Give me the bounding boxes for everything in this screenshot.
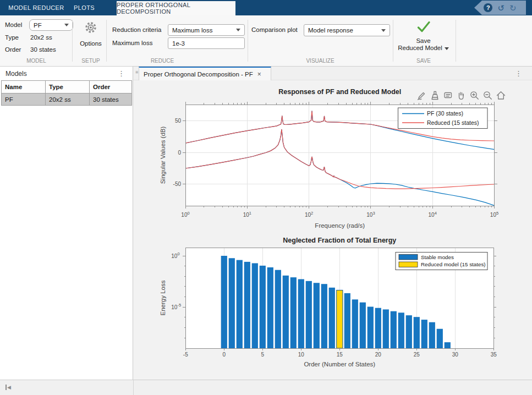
model-cell: PF	[2, 94, 46, 106]
stable-mode-bar[interactable]	[391, 311, 397, 348]
stable-mode-bar[interactable]	[221, 256, 227, 348]
stable-mode-bar[interactable]	[383, 309, 389, 348]
status-bar: ◀	[0, 380, 532, 395]
collapse-left-panel-icon[interactable]: ◀	[6, 385, 11, 390]
response-legend[interactable]: PF (30 states)Reduced (15 states)	[398, 108, 488, 129]
svg-text:101: 101	[243, 211, 251, 218]
zoom-out-icon[interactable]	[482, 90, 493, 101]
stable-mode-bar[interactable]	[283, 276, 289, 348]
svg-text:Frequency (rad/s): Frequency (rad/s)	[315, 222, 365, 229]
svg-text:50: 50	[175, 118, 182, 124]
stable-mode-bar[interactable]	[267, 267, 273, 348]
svg-text:0: 0	[223, 352, 226, 358]
stable-mode-bar[interactable]	[375, 308, 381, 348]
stable-mode-bar[interactable]	[275, 270, 281, 348]
datatip-icon[interactable]	[442, 90, 454, 101]
comparison-plot-dropdown[interactable]: Model response	[304, 24, 390, 36]
section-divider	[456, 20, 456, 62]
model-section-label: MODEL	[26, 58, 46, 64]
document-bar-menu-icon[interactable]: ⋮	[515, 69, 522, 78]
stable-mode-bar[interactable]	[421, 320, 427, 348]
reduction-criteria-dropdown[interactable]: Maximum loss	[168, 24, 245, 36]
reduce-section-label: REDUCE	[151, 58, 174, 64]
stable-mode-bar[interactable]	[314, 283, 320, 348]
model-row[interactable]: PF20x2 ss30 states	[2, 94, 132, 106]
save-reduced-model-button[interactable]: Save Reduced Model	[397, 21, 449, 52]
energy-legend[interactable]: Stable modesReduced model (15 states)	[396, 253, 487, 270]
models-table-header-row: NameTypeOrder	[2, 81, 132, 94]
stable-mode-bar[interactable]	[329, 288, 335, 348]
svg-text:103: 103	[366, 211, 375, 218]
panel-menu-icon[interactable]: ⋮	[118, 69, 125, 78]
options-button[interactable]: Options	[77, 20, 105, 47]
export-icon[interactable]	[416, 90, 427, 101]
undo-icon[interactable]: ↺	[497, 4, 504, 12]
singular-values-axes: Responses of PF and Reduced Model1001011…	[160, 88, 498, 229]
svg-text:0: 0	[178, 150, 181, 156]
axes-toolbar	[416, 90, 507, 101]
svg-text:5: 5	[261, 352, 265, 358]
maximum-loss-input[interactable]: 1e-3	[168, 37, 245, 49]
tab-model-reducer[interactable]: MODEL REDUCER	[6, 0, 67, 15]
stable-mode-bar[interactable]	[344, 293, 350, 348]
setup-section-label: SETUP	[81, 58, 100, 64]
close-icon[interactable]: ×	[257, 70, 261, 78]
redo-icon[interactable]: ↻	[509, 4, 517, 12]
svg-text:Stable modes: Stable modes	[421, 254, 454, 260]
stable-mode-bar[interactable]	[260, 266, 266, 348]
svg-text:-50: -50	[173, 181, 182, 187]
stable-mode-bar[interactable]	[437, 329, 443, 348]
tab-plots[interactable]: PLOTS	[67, 0, 101, 15]
tab-proper-orthogonal-decomposition[interactable]: PROPER ORTHOGONAL DECOMPOSITION	[117, 1, 235, 15]
home-icon[interactable]	[495, 90, 507, 101]
zoom-in-icon[interactable]	[469, 90, 480, 101]
stable-mode-bar[interactable]	[360, 303, 366, 348]
stable-mode-bar[interactable]	[445, 342, 451, 348]
status-bar-divider	[133, 380, 134, 395]
stable-mode-bar[interactable]	[244, 262, 250, 348]
models-table: NameTypeOrder PF20x2 ss30 states	[1, 80, 132, 106]
stable-mode-bar[interactable]	[398, 312, 404, 348]
stable-mode-bar[interactable]	[237, 260, 243, 348]
models-column-header[interactable]: Order	[90, 81, 132, 94]
pan-icon[interactable]	[456, 90, 467, 101]
document-tab-pod[interactable]: Proper Orthogonal Decomposition - PF ×	[139, 67, 271, 80]
svg-text:15: 15	[337, 352, 343, 358]
energy-loss-axes: Neglected Fraction of Total Energy-50510…	[160, 237, 497, 367]
document-tab-title: Proper Orthogonal Decomposition - PF	[144, 71, 253, 78]
stable-mode-bar[interactable]	[290, 277, 297, 348]
stable-mode-bar[interactable]	[321, 284, 327, 348]
stable-mode-bar[interactable]	[352, 299, 358, 348]
stable-mode-bar[interactable]	[252, 263, 258, 348]
reduced-model-bar[interactable]	[337, 290, 343, 348]
stable-mode-bar[interactable]	[368, 307, 374, 348]
brush-icon[interactable]	[429, 90, 441, 101]
gear-icon	[84, 20, 98, 37]
stable-mode-bar[interactable]	[406, 315, 412, 348]
help-icon[interactable]: ?	[484, 3, 492, 12]
model-cell: 20x2 ss	[46, 94, 90, 106]
stable-mode-bar[interactable]	[229, 258, 235, 348]
svg-text:Order (Number of States): Order (Number of States)	[304, 361, 375, 367]
type-value: 20x2 ss	[30, 34, 52, 41]
stable-mode-bar[interactable]	[414, 317, 420, 348]
stable-mode-bar[interactable]	[429, 322, 435, 348]
models-column-header[interactable]: Type	[46, 81, 90, 94]
stable-mode-bar[interactable]	[298, 279, 304, 348]
document-bar-grip-icon[interactable]: ≡	[135, 69, 138, 75]
maximum-loss-label: Maximum loss	[112, 40, 152, 46]
model-dropdown[interactable]: PF	[29, 19, 73, 31]
svg-text:20: 20	[375, 352, 382, 358]
stable-mode-bar[interactable]	[306, 281, 312, 348]
svg-text:35: 35	[491, 352, 497, 358]
toolstrip-ribbon: Model PF Type 20x2 ss Order 30 states MO…	[0, 15, 532, 67]
svg-text:100: 100	[171, 251, 179, 259]
svg-text:10: 10	[298, 352, 305, 358]
svg-text:105: 105	[490, 211, 498, 218]
svg-text:10-5: 10-5	[171, 303, 181, 310]
model-reducer-window: MODEL REDUCER PLOTS PROPER ORTHOGONAL DE…	[0, 0, 532, 395]
svg-text:Energy Loss: Energy Loss	[160, 280, 166, 315]
models-column-header[interactable]: Name	[2, 81, 46, 94]
svg-text:Singular Values (dB): Singular Values (dB)	[160, 127, 166, 184]
svg-text:30: 30	[452, 352, 459, 358]
